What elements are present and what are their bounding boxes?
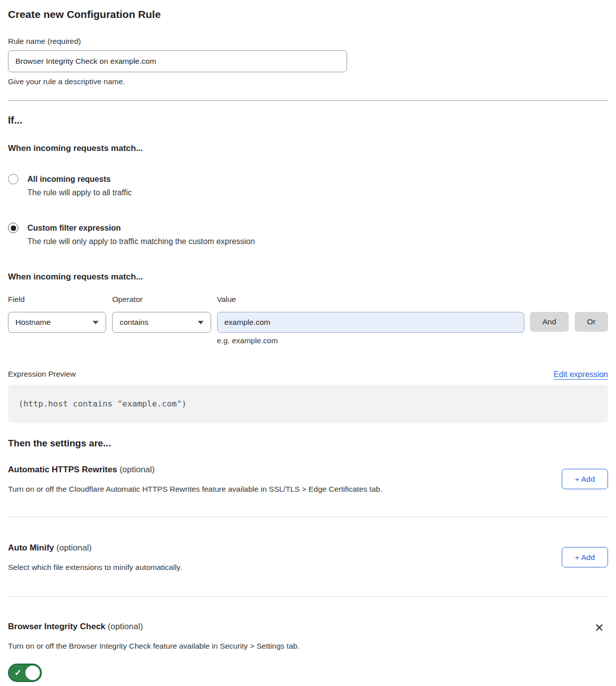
section-divider bbox=[8, 596, 608, 597]
rule-name-help: Give your rule a descriptive name. bbox=[8, 77, 608, 86]
chevron-down-icon bbox=[198, 321, 204, 324]
radio-option-all-incoming-requests[interactable]: All incoming requests The rule will appl… bbox=[8, 174, 608, 198]
chevron-down-icon bbox=[93, 321, 99, 324]
setting-title: Automatic HTTPS Rewrites bbox=[8, 465, 117, 474]
radio-option-custom-filter-expression[interactable]: Custom filter expression The rule will o… bbox=[8, 223, 608, 247]
edit-expression-link[interactable]: Edit expression bbox=[554, 370, 608, 379]
operator-label: Operator bbox=[112, 295, 211, 304]
create-configuration-rule-form: Create new Configuration Rule Rule name … bbox=[0, 0, 616, 686]
field-select[interactable]: Hostname bbox=[8, 312, 106, 333]
field-label: Field bbox=[8, 295, 106, 304]
browser-integrity-check-toggle[interactable]: ✓ bbox=[8, 664, 42, 682]
rule-name-label: Rule name (required) bbox=[8, 36, 608, 46]
operator-select[interactable]: contains bbox=[112, 312, 211, 333]
expression-preview-label: Expression Preview bbox=[8, 369, 76, 379]
operator-select-value: contains bbox=[120, 318, 148, 327]
section-divider bbox=[8, 517, 608, 517]
and-button[interactable]: And bbox=[530, 312, 569, 332]
setting-description: Turn on or off the Cloudflare Automatic … bbox=[8, 484, 382, 494]
expression-preview-header: Expression Preview Edit expression bbox=[8, 369, 608, 379]
check-icon: ✓ bbox=[14, 668, 21, 678]
toggle-knob bbox=[25, 666, 40, 680]
setting-optional-tag: (optional) bbox=[120, 465, 155, 474]
setting-description: Turn on or off the Browser Integrity Che… bbox=[8, 641, 299, 651]
radio-description: The rule will apply to all traffic bbox=[27, 188, 132, 198]
setting-title: Browser Integrity Check bbox=[8, 622, 106, 631]
add-automatic-https-rewrites-button[interactable]: + Add bbox=[562, 469, 608, 489]
setting-automatic-https-rewrites: Automatic HTTPS Rewrites (optional) Turn… bbox=[8, 464, 608, 494]
setting-browser-integrity-check: Browser Integrity Check (optional) Turn … bbox=[8, 621, 608, 684]
value-input[interactable] bbox=[217, 312, 525, 333]
value-label: Value bbox=[217, 295, 525, 304]
setting-description: Select which file extensions to minify a… bbox=[8, 562, 182, 572]
then-settings-heading: Then the settings are... bbox=[8, 437, 608, 449]
expression-preview-box: (http.host contains "example.com") bbox=[8, 385, 608, 423]
radio-description: The rule will only apply to traffic matc… bbox=[27, 237, 255, 247]
filter-builder-row: Field Hostname Operator contains Value e… bbox=[8, 295, 608, 345]
close-icon[interactable]: ✕ bbox=[595, 622, 604, 634]
radio-label: All incoming requests bbox=[27, 174, 132, 184]
radio-button-selected[interactable] bbox=[8, 223, 18, 233]
radio-button-unselected[interactable] bbox=[8, 174, 18, 184]
expression-code: (http.host contains "example.com") bbox=[18, 399, 187, 409]
filter-match-heading: When incoming requests match... bbox=[8, 272, 608, 282]
rule-name-input[interactable] bbox=[8, 50, 347, 72]
setting-optional-tag: (optional) bbox=[108, 622, 143, 631]
match-heading: When incoming requests match... bbox=[8, 143, 608, 153]
setting-title: Auto Minify bbox=[8, 543, 54, 552]
page-title: Create new Configuration Rule bbox=[8, 0, 608, 21]
setting-auto-minify: Auto Minify (optional) Select which file… bbox=[8, 543, 608, 572]
setting-optional-tag: (optional) bbox=[56, 543, 92, 552]
add-auto-minify-button[interactable]: + Add bbox=[562, 547, 608, 567]
radio-label: Custom filter expression bbox=[27, 223, 255, 233]
section-divider bbox=[8, 100, 608, 101]
if-heading: If... bbox=[8, 114, 608, 127]
or-button[interactable]: Or bbox=[575, 312, 608, 332]
value-help: e.g. example.com bbox=[217, 336, 525, 345]
field-select-value: Hostname bbox=[15, 318, 51, 327]
